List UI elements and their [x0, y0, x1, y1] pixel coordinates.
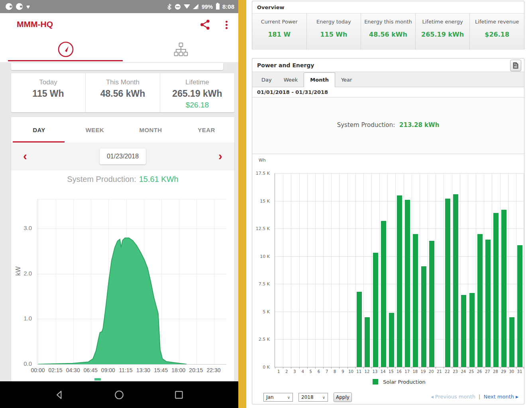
recents-button[interactable] [174, 390, 184, 400]
production-card: DAY WEEK MONTH YEAR ‹ 01/23/2018 › Syste… [11, 117, 234, 381]
axis-tick [484, 367, 484, 369]
bluetooth-icon [167, 4, 172, 10]
gridline [452, 173, 452, 367]
bar-day-27[interactable] [485, 240, 491, 367]
y-axis-label: Wh [259, 158, 266, 163]
summary-card: Today 115 Wh This Month 48.56 kWh Lifeti… [11, 73, 234, 112]
home-button[interactable] [114, 390, 124, 400]
bar-day-17[interactable] [405, 200, 410, 367]
status-notifications: ♥ [0, 3, 167, 10]
bar-day-23[interactable] [453, 194, 458, 367]
gridline [484, 173, 484, 367]
phone-plot [37, 199, 226, 365]
gridline [363, 173, 364, 367]
next-month-link[interactable]: Next month [483, 394, 514, 400]
bar-day-18[interactable] [413, 234, 418, 367]
next-day-button[interactable]: › [218, 148, 222, 164]
prev-day-button[interactable]: ‹ [23, 148, 27, 164]
y-tick-label: 0 K [263, 365, 270, 370]
axis-tick [339, 367, 340, 369]
x-tick-label: 7 [323, 369, 331, 374]
axis-tick [428, 367, 428, 369]
y-tick-label: 5 K [263, 309, 270, 314]
month-select[interactable]: Jan ∨ [263, 393, 293, 402]
x-tick-label: 16 [395, 369, 403, 374]
gridline [299, 173, 300, 367]
tab-dashboard[interactable] [57, 41, 75, 60]
axis-tick [275, 367, 275, 369]
bar-day-22[interactable] [445, 199, 450, 367]
export-report-button[interactable] [510, 60, 521, 71]
axis-tick [395, 367, 396, 369]
x-axis-ticks: 1234567891011121314151617181920212223242… [275, 369, 524, 375]
apply-button[interactable]: Apply [334, 392, 352, 402]
tab-month[interactable]: MONTH [123, 117, 179, 143]
legend-swatch-partial [94, 378, 101, 381]
previous-month-link[interactable]: Previous month [435, 394, 475, 400]
axis-tick [371, 367, 372, 369]
bar-day-29[interactable] [501, 210, 506, 367]
x-tick-label: 20 [427, 369, 435, 374]
y-tick-label: 0.0 [24, 360, 32, 367]
bar-day-24[interactable] [461, 295, 466, 367]
tab-day[interactable]: Day [255, 73, 278, 87]
bar-day-25[interactable] [469, 293, 475, 367]
x-tick-label: 24 [459, 369, 467, 374]
axis-tick [444, 367, 444, 369]
axis-tick [355, 367, 356, 369]
x-tick-label: 6 [315, 369, 323, 374]
y-tick-label: 7.5 K [259, 281, 270, 287]
bar-day-14[interactable] [381, 221, 386, 367]
axis-tick [347, 367, 348, 369]
bar-day-26[interactable] [477, 234, 483, 367]
gridline [412, 173, 412, 367]
x-tick-label: 12 [363, 369, 371, 374]
bar-day-30[interactable] [509, 317, 514, 367]
gridline [387, 173, 388, 367]
axis-tick [299, 367, 300, 369]
bar-day-20[interactable] [429, 241, 434, 367]
bar-day-28[interactable] [493, 213, 499, 367]
y-tick-label: 15 K [260, 199, 270, 204]
bar-day-15[interactable] [389, 313, 394, 367]
x-tick-label: 1 [275, 369, 283, 374]
x-tick-label: 13:30 [134, 367, 153, 373]
gridline [395, 173, 396, 367]
tab-week[interactable]: WEEK [67, 117, 123, 143]
bar-day-13[interactable] [373, 253, 378, 367]
gridline [444, 173, 444, 367]
prev-arrow-icon: ◀ [431, 395, 434, 399]
date-chip[interactable]: 01/23/2018 [100, 148, 146, 164]
x-axis-ticks: 00:0002:1504:3006:4509:0011:1513:3015:45… [37, 367, 226, 374]
share-button[interactable] [199, 19, 211, 31]
gridline [508, 173, 508, 367]
tab-year[interactable]: Year [335, 73, 358, 87]
tab-year[interactable]: YEAR [179, 117, 234, 143]
x-tick-label: 11 [355, 369, 363, 374]
axis-tick [315, 367, 316, 369]
x-tick-label: 22:30 [204, 367, 223, 373]
year-select[interactable]: 2018 ∨ [298, 393, 328, 402]
gridline [420, 173, 420, 367]
tab-day[interactable]: DAY [11, 117, 67, 143]
bar-day-31[interactable] [517, 245, 522, 367]
axis-tick [460, 367, 460, 369]
x-tick-label: 20:15 [187, 367, 205, 373]
back-button[interactable] [54, 390, 65, 400]
gridline [500, 173, 501, 367]
chevron-down-icon: ∨ [322, 395, 325, 400]
bar-day-11[interactable] [357, 292, 362, 367]
tab-devices[interactable] [174, 42, 188, 59]
overflow-menu-button[interactable] [223, 19, 230, 31]
axis-tick [331, 367, 332, 369]
bar-day-16[interactable] [397, 195, 402, 367]
gridline [428, 173, 428, 367]
bar-day-12[interactable] [365, 317, 370, 367]
bar-day-19[interactable] [421, 266, 426, 367]
x-tick-label: 10 [347, 369, 355, 374]
tab-month[interactable]: Month [304, 72, 335, 87]
x-tick-label: 13 [371, 369, 379, 374]
production-area-series [37, 199, 226, 364]
android-status-bar: ♥ 99% 8:08 [0, 0, 238, 13]
tab-week[interactable]: Week [278, 73, 304, 87]
